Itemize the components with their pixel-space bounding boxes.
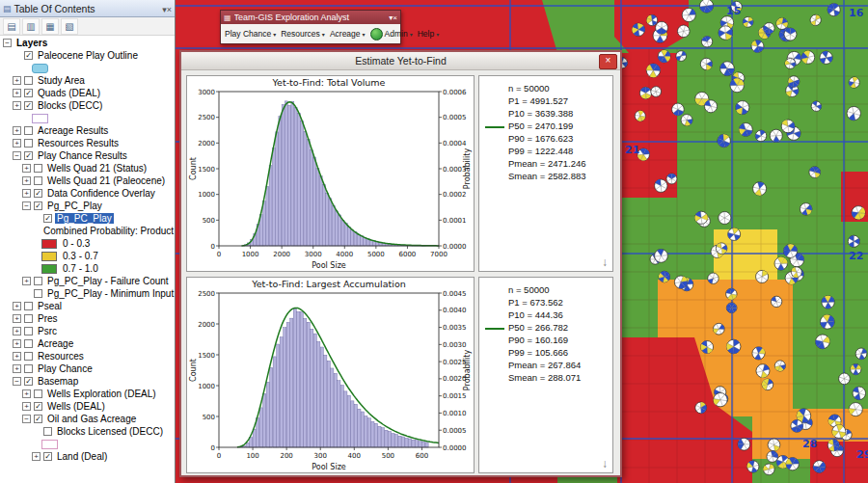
- expand-icon[interactable]: +: [13, 327, 21, 335]
- toolbar-titlebar[interactable]: ▦ Team-GIS Exploration Analyst ▾×: [221, 11, 400, 24]
- layer-label[interactable]: Acreage: [36, 338, 75, 349]
- layer-visibility-checkbox[interactable]: [24, 126, 33, 135]
- expand-icon[interactable]: +: [13, 139, 21, 148]
- list-by-drawing-order-icon[interactable]: ▤: [3, 18, 20, 35]
- layer-label[interactable]: Wells Quad 21 (Paleocene): [45, 175, 167, 186]
- toc-legend-item[interactable]: 0.3 - 0.7: [0, 250, 175, 262]
- toc-layer-row[interactable]: +✓Wells (DEAL): [0, 400, 175, 413]
- toc-layer-row[interactable]: +✓Quads (DEAL): [0, 87, 175, 99]
- expand-icon[interactable]: +: [13, 101, 21, 110]
- expand-icon[interactable]: +: [13, 302, 21, 310]
- toc-layer-row[interactable]: +✓Land (Deal): [0, 450, 175, 463]
- layer-label[interactable]: Blocks Licensed (DECC): [55, 426, 165, 437]
- layer-visibility-checkbox[interactable]: ✓: [24, 101, 33, 110]
- layer-label[interactable]: Data Confidence Overlay: [45, 188, 157, 199]
- expand-icon[interactable]: +: [13, 126, 21, 135]
- layer-visibility-checkbox[interactable]: [24, 76, 33, 85]
- menu-play-chance[interactable]: Play Chance▾: [223, 27, 278, 40]
- download-arrow-icon[interactable]: ↓: [602, 256, 608, 269]
- layer-label[interactable]: Pseal: [36, 301, 64, 311]
- layer-visibility-checkbox[interactable]: [24, 302, 33, 310]
- toc-layer-row[interactable]: +Acreage Results: [0, 124, 175, 137]
- layer-visibility-checkbox[interactable]: [24, 352, 33, 361]
- menu-acreage[interactable]: Acreage▾: [328, 27, 367, 40]
- toc-layer-row[interactable]: +Pres: [0, 312, 175, 325]
- toc-layer-row[interactable]: +Wells Quad 21 (Status): [0, 162, 175, 174]
- layer-label[interactable]: Combined Probability: Product: [41, 226, 175, 236]
- expand-icon[interactable]: +: [13, 76, 21, 85]
- layer-visibility-checkbox[interactable]: ✓: [34, 402, 42, 411]
- toc-legend-item[interactable]: 0 - 0.3: [0, 237, 175, 250]
- dialog-close-button[interactable]: ×: [599, 54, 617, 69]
- toc-layer-row[interactable]: +Wells Quad 21 (Paleocene): [0, 174, 175, 187]
- layer-visibility-checkbox[interactable]: ✓: [34, 201, 42, 210]
- toc-layer-row[interactable]: −✓Pg_PC_Play: [0, 200, 175, 212]
- expand-icon[interactable]: +: [13, 339, 21, 348]
- toc-layer-row[interactable]: ✓Paleocene Play Outline: [0, 49, 175, 62]
- layer-label[interactable]: Pg_PC_Play: [55, 213, 114, 224]
- layer-visibility-checkbox[interactable]: [34, 277, 42, 285]
- expand-icon[interactable]: +: [32, 452, 41, 461]
- layer-label[interactable]: Quads (DEAL): [36, 88, 102, 98]
- list-by-visibility-icon[interactable]: ▦: [41, 18, 59, 35]
- expand-icon[interactable]: +: [13, 314, 21, 323]
- expand-icon[interactable]: +: [22, 402, 31, 411]
- layer-label[interactable]: Wells (DEAL): [45, 401, 107, 412]
- dialog-titlebar[interactable]: Estimate Yet-to-Find ×: [181, 52, 620, 70]
- toc-layer-row[interactable]: −✓Basemap: [0, 375, 175, 388]
- layer-visibility-checkbox[interactable]: ✓: [34, 415, 42, 423]
- layer-visibility-checkbox[interactable]: [43, 427, 52, 436]
- layer-visibility-checkbox[interactable]: ✓: [43, 452, 52, 461]
- collapse-icon[interactable]: −: [13, 151, 21, 160]
- toc-layer-row[interactable]: +Resources: [0, 350, 175, 362]
- layer-label[interactable]: Psrc: [36, 326, 59, 336]
- menu-help[interactable]: Help▾: [416, 27, 442, 40]
- expand-icon[interactable]: +: [22, 389, 31, 398]
- list-by-source-icon[interactable]: ▥: [22, 18, 40, 35]
- layer-label[interactable]: Land (Deal): [55, 451, 109, 462]
- menu-admin[interactable]: Admin▾: [368, 26, 415, 42]
- toc-layer-row[interactable]: −✓Play Chance Results: [0, 149, 175, 162]
- layer-visibility-checkbox[interactable]: ✓: [24, 377, 33, 386]
- expand-icon[interactable]: +: [22, 277, 31, 285]
- layer-label[interactable]: Pg_PC_Play - Minimum Input Laye: [45, 288, 175, 299]
- collapse-icon[interactable]: −: [22, 201, 31, 210]
- layer-visibility-checkbox[interactable]: ✓: [43, 214, 52, 223]
- toc-layer-row[interactable]: +Wells Exploration (DEAL): [0, 388, 175, 400]
- close-button[interactable]: ×: [393, 13, 397, 22]
- menu-resources[interactable]: Resources▾: [279, 27, 327, 40]
- toc-layer-row[interactable]: +Acreage: [0, 337, 175, 350]
- layer-label[interactable]: Layers: [14, 38, 49, 48]
- layer-label[interactable]: Play Chance: [36, 363, 95, 374]
- layer-visibility-checkbox[interactable]: [24, 314, 33, 323]
- layer-label[interactable]: Study Area: [36, 75, 87, 86]
- layer-visibility-checkbox[interactable]: [24, 139, 33, 148]
- expand-icon[interactable]: +: [13, 89, 21, 97]
- layer-label[interactable]: Oil and Gas Acreage: [45, 414, 138, 424]
- toc-layer-row[interactable]: +✓Blocks (DECC): [0, 99, 175, 112]
- layer-label[interactable]: Pg_PC_Play: [45, 201, 104, 211]
- toc-layer-row[interactable]: +Study Area: [0, 74, 175, 87]
- toc-layer-row[interactable]: Blocks Licensed (DECC): [0, 425, 175, 438]
- toc-layer-row[interactable]: +Play Chance: [0, 362, 175, 375]
- layer-label[interactable]: Wells Quad 21 (Status): [45, 163, 149, 174]
- layer-label[interactable]: Resources: [36, 351, 86, 362]
- toc-layer-row[interactable]: +Pseal: [0, 300, 175, 312]
- layer-label[interactable]: Resources Results: [36, 138, 121, 148]
- download-arrow-icon[interactable]: ↓: [602, 458, 608, 470]
- layer-visibility-checkbox[interactable]: [34, 176, 42, 185]
- layer-label[interactable]: Pg_PC_Play - Failure Count: [45, 276, 171, 286]
- toc-layer-row[interactable]: +Pg_PC_Play - Failure Count: [0, 275, 175, 287]
- toc-layer-row[interactable]: −Layers: [0, 37, 175, 49]
- collapse-icon[interactable]: −: [3, 39, 12, 47]
- collapse-icon[interactable]: −: [22, 415, 31, 423]
- layer-visibility-checkbox[interactable]: [24, 339, 33, 348]
- layer-visibility-checkbox[interactable]: ✓: [24, 51, 33, 60]
- close-button[interactable]: ×: [167, 5, 172, 14]
- toc-legend-item[interactable]: 0.7 - 1.0: [0, 262, 175, 275]
- layer-visibility-checkbox[interactable]: ✓: [24, 151, 33, 160]
- expand-icon[interactable]: +: [22, 189, 31, 198]
- layer-label[interactable]: Wells Exploration (DEAL): [45, 389, 158, 399]
- collapse-icon[interactable]: −: [13, 377, 21, 386]
- expand-icon[interactable]: +: [13, 364, 21, 373]
